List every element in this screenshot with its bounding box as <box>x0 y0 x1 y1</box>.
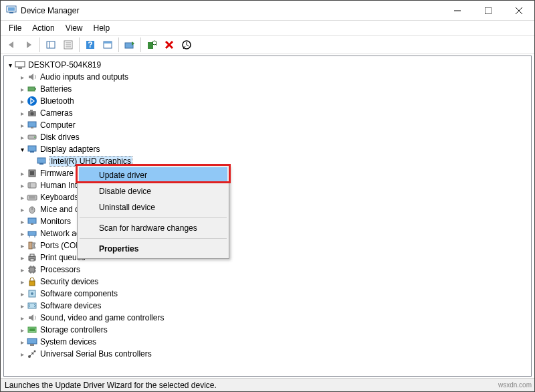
svg-text:?: ? <box>88 40 92 50</box>
update-driver-button[interactable] <box>122 37 138 53</box>
menu-file[interactable]: File <box>3 22 27 34</box>
chevron-down-icon[interactable]: ▾ <box>5 62 15 69</box>
storage-controller-icon <box>27 324 37 335</box>
chevron-down-icon[interactable]: ▾ <box>17 146 27 153</box>
svg-rect-67 <box>29 281 35 286</box>
properties-button[interactable] <box>60 37 76 53</box>
chevron-right-icon[interactable]: ▸ <box>17 98 27 105</box>
svg-rect-51 <box>28 231 36 235</box>
watermark: wsxdn.com <box>498 381 532 389</box>
chevron-right-icon[interactable]: ▸ <box>17 351 27 358</box>
system-device-icon <box>27 336 37 347</box>
chevron-right-icon[interactable]: ▸ <box>17 194 27 201</box>
scan-hardware-button[interactable] <box>144 37 160 53</box>
speaker-icon <box>27 312 37 323</box>
menu-action[interactable]: Action <box>27 22 60 34</box>
chevron-right-icon[interactable]: ▸ <box>17 230 27 237</box>
chevron-right-icon[interactable]: ▸ <box>17 266 27 274</box>
tree-item-security[interactable]: ▸Security devices <box>5 276 530 288</box>
chevron-right-icon[interactable]: ▸ <box>17 134 27 141</box>
camera-icon <box>27 108 37 118</box>
minimize-button[interactable] <box>442 1 473 21</box>
context-update-driver[interactable]: Update driver <box>79 167 227 183</box>
svg-rect-32 <box>28 122 36 127</box>
chevron-right-icon[interactable]: ▸ <box>17 314 27 322</box>
chevron-right-icon[interactable]: ▸ <box>17 170 27 177</box>
tree-item-computer[interactable]: ▸Computer <box>5 119 530 131</box>
chevron-right-icon[interactable]: ▸ <box>17 254 27 262</box>
show-hide-tree-button[interactable] <box>43 37 59 53</box>
svg-rect-56 <box>30 254 34 256</box>
chevron-right-icon[interactable]: ▸ <box>17 182 27 189</box>
svg-point-69 <box>31 292 33 295</box>
forward-button[interactable] <box>21 37 37 53</box>
tree-root[interactable]: ▾ DESKTOP-504K819 <box>5 59 530 71</box>
svg-rect-2 <box>8 7 15 11</box>
svg-rect-31 <box>30 110 33 111</box>
chevron-right-icon[interactable]: ▸ <box>17 122 27 129</box>
app-icon <box>6 4 17 17</box>
chevron-right-icon[interactable]: ▸ <box>17 326 27 334</box>
keyboard-icon <box>27 192 37 203</box>
context-separator <box>80 217 227 218</box>
tree-item-cameras[interactable]: ▸Cameras <box>5 107 530 119</box>
chevron-right-icon[interactable]: ▸ <box>17 218 27 225</box>
back-button[interactable] <box>3 37 19 53</box>
speaker-icon <box>27 72 37 82</box>
svg-rect-49 <box>28 218 36 223</box>
chevron-right-icon[interactable]: ▸ <box>17 110 27 117</box>
menu-help[interactable]: Help <box>88 22 116 34</box>
tree-item-disk[interactable]: ▸Disk drives <box>5 131 530 143</box>
tree-item-bluetooth[interactable]: ▸Bluetooth <box>5 95 530 107</box>
maximize-button[interactable] <box>473 1 504 21</box>
firmware-icon <box>27 168 37 179</box>
svg-point-30 <box>31 112 34 116</box>
computer-icon <box>15 60 25 70</box>
tree-item-storage[interactable]: ▸Storage controllers <box>5 324 530 336</box>
tree-item-system[interactable]: ▸System devices <box>5 336 530 348</box>
uninstall-button[interactable] <box>161 37 177 53</box>
view-options-button[interactable] <box>100 37 116 53</box>
bluetooth-icon <box>27 96 37 106</box>
tree-item-display[interactable]: ▾Display adapters <box>5 143 530 155</box>
chevron-right-icon[interactable]: ▸ <box>17 86 27 93</box>
svg-rect-73 <box>27 338 37 344</box>
context-uninstall-device[interactable]: Uninstall device <box>79 199 227 215</box>
tree-item-usb[interactable]: ▸Universal Serial Bus controllers <box>5 348 530 360</box>
svg-rect-50 <box>31 223 33 225</box>
svg-rect-4 <box>485 7 492 14</box>
toolbar: ? <box>1 35 534 54</box>
chevron-right-icon[interactable]: ▸ <box>17 206 27 213</box>
close-button[interactable] <box>504 1 534 21</box>
printer-icon <box>27 252 37 263</box>
tree-item-swdev[interactable]: ▸Software devices <box>5 300 530 312</box>
chevron-right-icon[interactable]: ▸ <box>17 290 27 298</box>
chevron-right-icon[interactable]: ▸ <box>17 278 27 286</box>
tree-item-batteries[interactable]: ▸Batteries <box>5 83 530 95</box>
chevron-right-icon[interactable]: ▸ <box>17 302 27 310</box>
svg-rect-74 <box>30 344 34 346</box>
context-disable-device[interactable]: Disable device <box>79 183 227 199</box>
menu-bar: File Action View Help <box>1 21 534 35</box>
svg-rect-25 <box>18 67 22 69</box>
context-properties[interactable]: Properties <box>79 241 227 257</box>
svg-rect-27 <box>35 88 36 90</box>
chevron-right-icon[interactable]: ▸ <box>17 242 27 250</box>
chevron-right-icon[interactable]: ▸ <box>17 338 27 346</box>
tree-item-swcomp[interactable]: ▸Software components <box>5 288 530 300</box>
tree-item-sound[interactable]: ▸Sound, video and game controllers <box>5 312 530 324</box>
help-button[interactable]: ? <box>82 37 98 53</box>
svg-rect-38 <box>37 158 45 163</box>
lock-icon <box>27 276 37 287</box>
menu-view[interactable]: View <box>60 22 88 34</box>
chevron-right-icon[interactable]: ▸ <box>17 74 27 81</box>
desktop-icon <box>27 120 37 130</box>
display-adapter-icon <box>27 144 37 155</box>
port-icon <box>27 240 37 251</box>
svg-rect-33 <box>31 127 33 128</box>
hid-icon <box>27 180 37 191</box>
tree-item-processors[interactable]: ▸Processors <box>5 264 530 276</box>
context-scan-hardware[interactable]: Scan for hardware changes <box>79 220 227 236</box>
tree-item-audio[interactable]: ▸Audio inputs and outputs <box>5 71 530 83</box>
disable-button[interactable] <box>179 37 195 53</box>
